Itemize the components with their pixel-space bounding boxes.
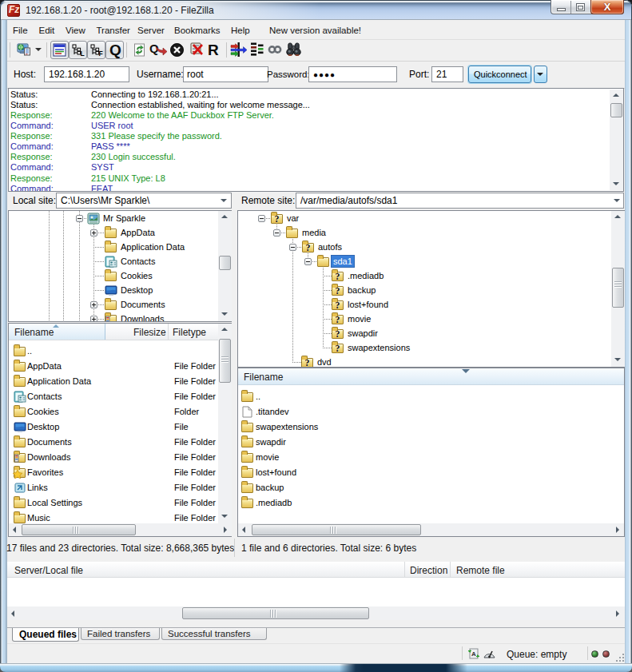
svg-text:F: F [99, 50, 103, 57]
svg-text:L: L [81, 50, 85, 57]
svg-text:A: A [471, 650, 476, 658]
